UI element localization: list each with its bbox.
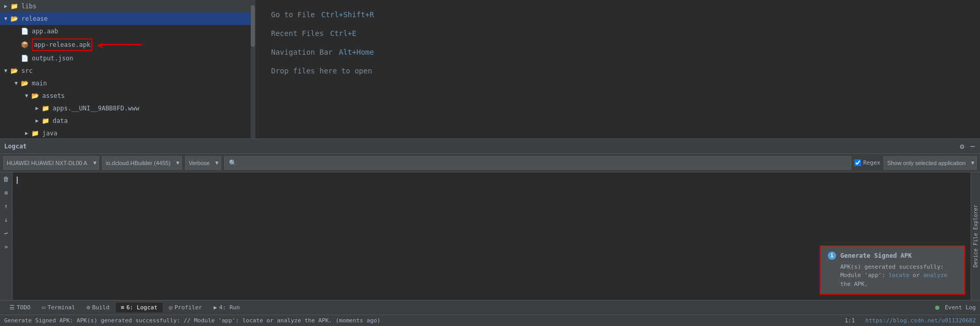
tree-item-data[interactable]: ▶ 📁 data xyxy=(0,115,251,127)
tree-label-main: main xyxy=(32,78,47,89)
cursor-line xyxy=(17,177,966,184)
notif-link-analyze[interactable]: analyze xyxy=(923,272,947,279)
event-log-dot xyxy=(935,306,939,310)
tree-arrow-assets: ▼ xyxy=(25,91,31,101)
tree-label-java: java xyxy=(42,128,57,139)
wrap-button[interactable]: ↩ xyxy=(2,229,11,238)
tree-item-release[interactable]: ▼ 📂 release xyxy=(0,12,251,25)
filter-button[interactable]: ≡ xyxy=(2,188,11,197)
drop-files-label: Drop files here to open xyxy=(271,67,372,75)
notif-body3: or xyxy=(909,272,923,279)
tree-item-java[interactable]: ▶ 📁 java xyxy=(0,127,251,139)
tree-arrow-data: ▶ xyxy=(35,116,42,126)
tree-item-assets[interactable]: ▼ 📂 assets xyxy=(0,90,251,102)
folder-icon-main: 📂 xyxy=(21,78,30,89)
file-tree: ▶ 📁 libs ▼ 📂 release 📄 app.aab xyxy=(0,0,255,139)
folder-icon-java: 📁 xyxy=(31,128,41,139)
tree-label-assets: assets xyxy=(42,91,65,101)
notif-title: Generate Signed APK xyxy=(840,252,912,259)
tab-run-label: 4: Run xyxy=(219,304,240,311)
regex-checkbox[interactable] xyxy=(854,159,861,166)
tree-item-apps-uni[interactable]: ▶ 📁 apps.__UNI__9ABB8FD.www xyxy=(0,102,251,115)
folder-icon-libs: 📁 xyxy=(10,1,20,11)
tab-logcat[interactable]: ≡ 6: Logcat xyxy=(116,303,163,312)
tree-item-output-json[interactable]: 📄 output.json xyxy=(0,52,251,65)
terminal-icon: ▭ xyxy=(42,304,46,311)
tree-item-app-aab[interactable]: 📄 app.aab xyxy=(0,25,251,37)
show-only-select-wrapper[interactable]: Show only selected application ▼ xyxy=(884,156,977,170)
position-indicator: 1:1 xyxy=(844,317,855,324)
logcat-content: 🗑 ≡ ↑ ↓ ↩ » i Generate Signed APK APK(s)… xyxy=(0,172,980,300)
app-select[interactable]: io.dcloud.HBuilder (4455) xyxy=(103,156,181,170)
device-file-explorer-label: Device File Explorer xyxy=(973,205,978,267)
logcat-title: Logcat xyxy=(4,143,959,150)
folder-icon-src: 📂 xyxy=(10,66,20,76)
event-log-label[interactable]: Event Log xyxy=(945,304,976,311)
app-select-wrapper[interactable]: io.dcloud.HBuilder (4455) ▼ xyxy=(102,156,182,170)
scroll-down-button[interactable]: ↓ xyxy=(2,215,11,224)
logcat-panel: Logcat ⚙ ─ HUAWEI HUAWEI NXT-DL00 A ▼ io… xyxy=(0,139,980,300)
scroll-up-button[interactable]: ↑ xyxy=(2,202,11,211)
clear-button[interactable]: 🗑 xyxy=(2,174,11,184)
tab-profiler-label: Profiler xyxy=(175,304,202,311)
tab-build[interactable]: ⚙ Build xyxy=(81,303,115,312)
tree-label-app-aab: app.aab xyxy=(32,26,58,36)
nav-bar-item: Navigation Bar Alt+Home xyxy=(271,48,964,56)
folder-icon-assets: 📂 xyxy=(31,91,41,101)
logcat-icon: ≡ xyxy=(121,304,125,311)
level-select-wrapper[interactable]: Verbose ▼ xyxy=(185,156,221,170)
profiler-icon: ◎ xyxy=(169,304,173,311)
tab-todo-label: TODO xyxy=(17,304,31,311)
url-link[interactable]: https://blog.csdn.net/u011320682 xyxy=(865,317,976,324)
todo-icon: ☰ xyxy=(9,304,15,311)
minimize-icon[interactable]: ─ xyxy=(970,141,976,152)
tree-label-apps-uni: apps.__UNI__9ABB8FD.www xyxy=(53,103,139,114)
goto-file-label: Go to File xyxy=(271,10,315,19)
build-icon: ⚙ xyxy=(87,304,90,311)
annotation-arrow: ◀━━━━━━━ xyxy=(96,40,142,50)
tree-item-src[interactable]: ▼ 📂 src xyxy=(0,65,251,77)
notif-link-locate[interactable]: locate xyxy=(889,272,910,279)
tab-build-label: Build xyxy=(92,304,109,311)
tree-item-libs[interactable]: ▶ 📁 libs xyxy=(0,0,251,12)
app-release-apk-highlight: app-release.apk xyxy=(32,39,92,51)
settings-icon[interactable]: ⚙ xyxy=(959,141,965,152)
search-icon: 🔍 xyxy=(229,159,237,167)
tree-arrow-apps-uni: ▶ xyxy=(35,103,42,114)
level-select[interactable]: Verbose xyxy=(186,156,220,170)
tree-arrow-main: ▼ xyxy=(15,78,21,89)
tab-terminal-label: Terminal xyxy=(47,304,75,311)
tree-arrow-java: ▶ xyxy=(25,128,31,139)
device-select[interactable]: HUAWEI HUAWEI NXT-DL00 A xyxy=(4,156,99,170)
regex-check-label[interactable]: Regex xyxy=(854,159,880,166)
status-bar-right: Event Log xyxy=(935,304,976,311)
tree-item-app-release-apk[interactable]: 📦 app-release.apk ◀━━━━━━━ xyxy=(0,37,251,52)
bottom-tab-bar: ☰ TODO ▭ Terminal ⚙ Build ≡ 6: Logcat ◎ … xyxy=(0,300,980,315)
logcat-text-area[interactable]: i Generate Signed APK APK(s) generated s… xyxy=(13,172,971,300)
tab-terminal[interactable]: ▭ Terminal xyxy=(37,303,81,312)
tab-profiler[interactable]: ◎ Profiler xyxy=(164,303,207,312)
notif-body4: the APK. xyxy=(840,281,868,287)
search-input[interactable] xyxy=(240,160,847,166)
nav-bar-label: Navigation Bar xyxy=(271,48,333,56)
nav-bar-shortcut: Alt+Home xyxy=(339,48,374,56)
device-select-wrapper[interactable]: HUAWEI HUAWEI NXT-DL00 A ▼ xyxy=(3,156,99,170)
sidebar-scroll-thumb xyxy=(251,5,255,47)
tree-label-data: data xyxy=(53,116,68,126)
search-box: 🔍 xyxy=(224,156,851,170)
show-only-select[interactable]: Show only selected application xyxy=(884,156,976,170)
notif-body: APK(s) generated successfully: Module 'a… xyxy=(828,263,957,289)
bottom-status-bar: Generate Signed APK: APK(s) generated su… xyxy=(0,315,980,326)
tree-label-libs: libs xyxy=(21,1,36,11)
tree-arrow-release: ▼ xyxy=(4,14,10,24)
tab-run[interactable]: ▶ 4: Run xyxy=(209,303,245,312)
right-explorer[interactable]: Device File Explorer xyxy=(971,172,980,300)
sidebar-scrollbar[interactable] xyxy=(251,0,255,139)
goto-file-item: Go to File Ctrl+Shift+R xyxy=(271,10,964,19)
expand-button[interactable]: » xyxy=(2,242,11,252)
recent-files-item: Recent Files Ctrl+E xyxy=(271,29,964,37)
drop-files-item: Drop files here to open xyxy=(271,67,964,75)
cursor-blink xyxy=(17,177,18,184)
tree-item-main[interactable]: ▼ 📂 main xyxy=(0,77,251,90)
tab-todo[interactable]: ☰ TODO xyxy=(4,303,36,312)
